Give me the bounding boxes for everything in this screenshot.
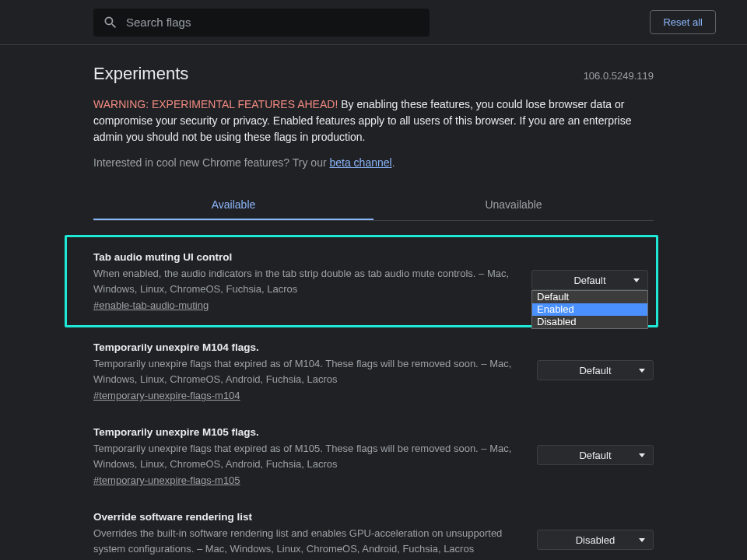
flag-select-value: Default (579, 450, 611, 461)
flag-text: Temporarily unexpire M105 flags.Temporar… (93, 426, 537, 486)
flag-control: Disabled (537, 511, 654, 550)
flag-description: Overrides the built-in software renderin… (93, 526, 521, 556)
flag-list: Tab audio muting UI controlWhen enabled,… (93, 235, 654, 560)
flag-row: Temporarily unexpire M104 flags.Temporar… (93, 327, 654, 412)
flag-anchor-link[interactable]: #enable-tab-audio-muting (93, 299, 209, 311)
top-bar: Reset all (0, 0, 747, 45)
flag-select[interactable]: Default (531, 270, 648, 290)
flag-control: Default (537, 426, 654, 465)
flag-anchor-link[interactable]: #temporary-unexpire-flags-m105 (93, 474, 240, 486)
flag-select[interactable]: Disabled (537, 530, 654, 550)
interest-suffix: . (392, 156, 395, 169)
interest-prefix: Interested in cool new Chrome features? … (93, 156, 329, 169)
flag-text: Override software rendering listOverride… (93, 511, 537, 560)
flag-description: Temporarily unexpire flags that expired … (93, 356, 521, 387)
flag-title: Tab audio muting UI control (93, 251, 516, 263)
flag-description: Temporarily unexpire flags that expired … (93, 441, 521, 471)
flag-row: Override software rendering listOverride… (93, 497, 654, 560)
interest-line: Interested in cool new Chrome features? … (93, 156, 654, 169)
flag-title: Temporarily unexpire M104 flags. (93, 341, 521, 353)
content: Experiments 106.0.5249.119 WARNING: EXPE… (0, 45, 747, 560)
flag-select-value: Default (573, 275, 605, 286)
flag-select-value: Default (579, 365, 611, 376)
flag-text: Temporarily unexpire M104 flags.Temporar… (93, 341, 537, 401)
tab-unavailable[interactable]: Unavailable (374, 189, 654, 220)
flag-row: Tab audio muting UI controlWhen enabled,… (65, 235, 658, 327)
flag-control: Default (537, 341, 654, 380)
search-box[interactable] (93, 9, 430, 37)
dropdown-option[interactable]: Default (532, 291, 647, 303)
tab-available[interactable]: Available (93, 189, 374, 220)
flag-select-value: Disabled (576, 534, 615, 546)
version-label: 106.0.5249.119 (584, 70, 654, 82)
flag-select[interactable]: Default (537, 445, 654, 465)
beta-channel-link[interactable]: beta channel (329, 156, 391, 169)
flag-control: DefaultDefaultEnabledDisabled (531, 251, 648, 290)
warning-prefix: WARNING: EXPERIMENTAL FEATURES AHEAD! (93, 98, 338, 110)
search-icon (103, 15, 118, 30)
flag-select-dropdown: DefaultEnabledDisabled (531, 290, 648, 329)
flag-anchor-link[interactable]: #temporary-unexpire-flags-m104 (93, 390, 240, 401)
reset-all-button[interactable]: Reset all (650, 10, 716, 34)
flag-text: Tab audio muting UI controlWhen enabled,… (75, 251, 531, 311)
flag-description: When enabled, the audio indicators in th… (93, 266, 516, 296)
tabs: Available Unavailable (93, 189, 654, 221)
search-input[interactable] (126, 16, 420, 29)
dropdown-option[interactable]: Disabled (532, 316, 647, 328)
flag-title: Override software rendering list (93, 511, 521, 523)
flag-row: Temporarily unexpire M105 flags.Temporar… (93, 412, 654, 497)
flag-title: Temporarily unexpire M105 flags. (93, 426, 521, 438)
page-title: Experiments (93, 64, 188, 84)
warning-block: WARNING: EXPERIMENTAL FEATURES AHEAD! By… (93, 96, 654, 145)
flag-select[interactable]: Default (537, 360, 654, 380)
dropdown-option[interactable]: Enabled (532, 303, 647, 316)
